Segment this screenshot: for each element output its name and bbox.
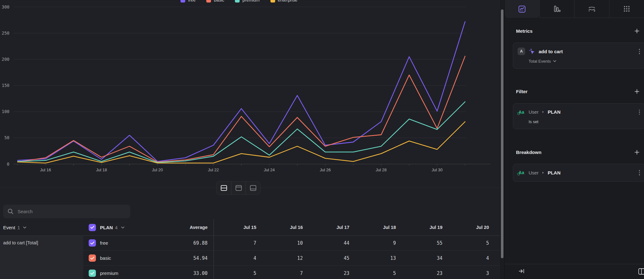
- date-column-header: Jul 15: [208, 219, 256, 236]
- bottom-bar-view-icon: [250, 185, 257, 191]
- cell-value: 9: [349, 236, 396, 251]
- split-view-button[interactable]: [217, 181, 231, 195]
- panel-layout-button[interactable]: [638, 268, 644, 276]
- legend-swatch-free: [180, 0, 185, 3]
- filter-scope: User: [529, 109, 539, 115]
- date-column-header: Jul 16: [256, 219, 303, 236]
- scrollbar-thumb[interactable]: [501, 9, 503, 258]
- svg-text:150: 150: [2, 83, 9, 88]
- measurement-dropdown[interactable]: Total Events: [518, 59, 641, 64]
- legend-label: premium: [242, 0, 259, 3]
- line-chart: 050100150200250300Jul 16Jul 18Jul 20Jul …: [0, 0, 500, 176]
- chevron-right-icon: [542, 111, 544, 113]
- check-icon: [90, 272, 94, 275]
- table-row-basic[interactable]: basic: [83, 251, 137, 266]
- cell-value: 34: [396, 251, 442, 266]
- metrics-title: Metrics: [516, 28, 533, 34]
- click-event-icon: [529, 48, 535, 55]
- legend-label: free: [188, 0, 196, 3]
- filter-card[interactable]: Aa User PLAN Is set: [513, 103, 644, 129]
- svg-text:Jul 20: Jul 20: [152, 168, 163, 172]
- layout-toggle-row: [0, 176, 500, 200]
- chart-legend: free basic premium enterprise: [0, 0, 478, 3]
- date-column-header: Jul 20: [442, 219, 489, 236]
- average-column-header: Average: [137, 219, 208, 236]
- metric-menu-button[interactable]: [638, 48, 641, 55]
- svg-text:Jul 24: Jul 24: [264, 168, 275, 172]
- cell-value: 23: [396, 266, 442, 279]
- vertical-scrollbar: [500, 0, 504, 279]
- legend-item-premium[interactable]: premium: [235, 0, 259, 3]
- config-sidebar: Metrics A add to: [504, 0, 644, 279]
- table-column-divider: [214, 219, 214, 279]
- plus-icon: [634, 150, 640, 155]
- filter-title: Filter: [516, 89, 528, 94]
- legend-item-free[interactable]: free: [180, 0, 196, 3]
- svg-text:0: 0: [7, 162, 9, 167]
- search-input[interactable]: [18, 209, 121, 214]
- legend-label: enterprise: [278, 0, 297, 3]
- add-filter-button[interactable]: [633, 88, 641, 96]
- legend-item-basic[interactable]: basic: [206, 0, 224, 3]
- row-checkbox-free[interactable]: [89, 239, 96, 247]
- average-value: 69.88: [137, 236, 208, 251]
- grid-options-icon: [623, 5, 631, 13]
- plan-column-header[interactable]: PLAN 4: [83, 219, 137, 236]
- row-checkbox-premium[interactable]: [89, 270, 96, 277]
- breakdown-menu-button[interactable]: [638, 169, 641, 177]
- plus-icon: [634, 28, 640, 34]
- tab-stream-chart[interactable]: [574, 0, 609, 18]
- filter-condition[interactable]: Is set: [518, 119, 641, 124]
- main-content: free basic premium enterprise 0501001502…: [0, 0, 500, 279]
- top-bar-view-button[interactable]: [231, 181, 246, 195]
- event-column-header[interactable]: Event 1: [0, 219, 83, 236]
- table-row-free[interactable]: free: [83, 236, 137, 251]
- svg-text:Jul 28: Jul 28: [376, 168, 387, 172]
- table-row-premium[interactable]: premium: [83, 266, 137, 279]
- row-label: premium: [100, 270, 118, 276]
- cell-value: 55: [396, 236, 442, 251]
- cell-value: 4: [208, 251, 256, 266]
- tab-bar-chart[interactable]: [539, 0, 574, 18]
- filter-section-header: Filter: [516, 88, 641, 96]
- add-metric-button[interactable]: [633, 27, 641, 35]
- svg-text:200: 200: [2, 57, 9, 62]
- arrow-to-bar-icon: [519, 268, 525, 274]
- filter-menu-button[interactable]: [638, 108, 641, 116]
- legend-swatch-premium: [235, 0, 240, 3]
- text-property-icon: Aa: [518, 110, 525, 115]
- add-breakdown-button[interactable]: [633, 148, 641, 156]
- search-row: [0, 200, 500, 219]
- legend-label: basic: [214, 0, 224, 3]
- breakdown-title: Breakdown: [516, 150, 541, 155]
- collapse-panel-button[interactable]: [519, 268, 525, 275]
- tab-grid-options[interactable]: [609, 0, 644, 18]
- search-box[interactable]: [3, 205, 130, 218]
- chart-section: free basic premium enterprise 0501001502…: [0, 0, 500, 176]
- layout-toggle: [216, 181, 260, 195]
- average-value: 54.94: [137, 251, 208, 266]
- svg-text:Jul 30: Jul 30: [432, 168, 443, 172]
- bottom-bar-view-button[interactable]: [246, 181, 260, 195]
- breakdown-card[interactable]: Aa User PLAN: [513, 164, 644, 182]
- plan-select-all-checkbox[interactable]: [89, 224, 96, 231]
- tab-line-chart[interactable]: [505, 0, 539, 18]
- metric-card[interactable]: A add to cart Total Events: [513, 43, 644, 69]
- metrics-section-header: Metrics: [516, 27, 641, 35]
- breakdown-property: PLAN: [548, 170, 561, 175]
- plan-header-label: PLAN: [100, 225, 113, 230]
- svg-text:100: 100: [2, 109, 9, 114]
- chevron-down-icon: [23, 226, 26, 229]
- event-name-cell: add to cart [Total]: [0, 236, 83, 279]
- legend-item-enterprise[interactable]: enterprise: [270, 0, 297, 3]
- check-icon: [90, 242, 94, 245]
- text-property-icon: Aa: [518, 170, 525, 175]
- cell-value: 13: [349, 251, 396, 266]
- svg-text:300: 300: [2, 4, 9, 9]
- sidebar-footer: [505, 264, 644, 279]
- event-count: 1: [17, 225, 20, 230]
- legend-swatch-enterprise: [270, 0, 275, 3]
- row-checkbox-basic[interactable]: [89, 254, 96, 262]
- cell-value: 4: [442, 251, 489, 266]
- cell-value: 5: [208, 266, 256, 279]
